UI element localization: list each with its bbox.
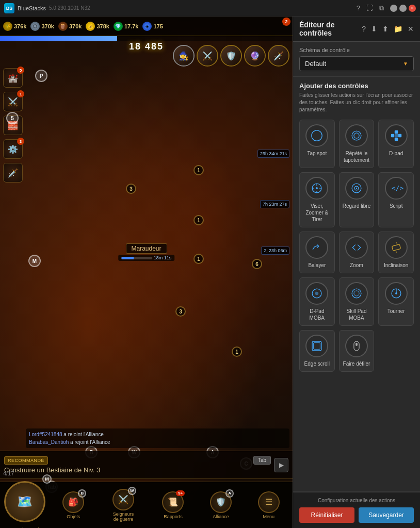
special-value: 17.7k	[124, 23, 139, 29]
quest-arrow[interactable]: ▶	[274, 458, 288, 472]
hero-portrait-1[interactable]: 🧙	[173, 45, 195, 67]
edge-scroll-icon	[305, 335, 328, 357]
control-scroll[interactable]: Faire défiler	[339, 330, 375, 372]
panel-upload-icon[interactable]: ⬆	[382, 25, 389, 33]
rapports-badge: 9+	[176, 490, 185, 496]
freelook-icon	[345, 177, 368, 200]
control-dpad-moba[interactable]: 5 D-Pad MOBA	[299, 277, 335, 326]
control-swipe[interactable]: Balayer	[299, 232, 335, 273]
save-button[interactable]: Sauvegarder	[359, 507, 414, 523]
control-script[interactable]: </> Script	[378, 172, 414, 227]
hero-portrait-2[interactable]: ⚔️	[197, 45, 218, 67]
control-rotate[interactable]: Tourner	[378, 277, 414, 326]
left-icon-1[interactable]: 🏰 5	[3, 68, 23, 88]
control-skill-pad[interactable]: Skill Pad MOBA	[339, 277, 375, 326]
svg-rect-3	[394, 130, 397, 134]
chat-name-2: Barabas_Dantioh	[29, 439, 69, 445]
resource-blue: ◈ 175	[142, 22, 163, 31]
notification-badge: 2	[282, 18, 290, 26]
nav-label-menu: Menu	[263, 514, 274, 519]
restore-button[interactable]: □	[399, 5, 407, 12]
stone-value: 370k	[41, 23, 54, 29]
kbd-b-nav: B	[78, 489, 86, 498]
svg-rect-6	[398, 134, 401, 137]
map-badge-7: 1	[232, 346, 242, 357]
schema-label: Schéma de contrôle	[299, 47, 414, 53]
nav-label-alliance: Alliance	[213, 514, 229, 519]
nav-icon-rapports[interactable]: 📜 9+	[162, 491, 184, 513]
chat-msg-2: Barabas_Dantioh a rejoint l'Alliance	[29, 438, 286, 446]
resource-special: 💎 17.7k	[114, 22, 139, 31]
panel-close-icon[interactable]: ✕	[408, 25, 414, 33]
add-controls-title: Ajouter des contrôles	[299, 82, 414, 90]
control-tilt[interactable]: Inclinaison	[378, 232, 414, 273]
svg-point-28	[395, 292, 397, 294]
left-icon-4[interactable]: ⚙️ 3	[3, 139, 23, 159]
food-icon: 🌾	[3, 22, 12, 31]
hero-portrait-3[interactable]: 🛡️	[220, 45, 242, 67]
kbd-m-nav: M	[42, 474, 52, 484]
screenshot-icon[interactable]: ⛶	[366, 4, 373, 12]
resource-wood: 🪵 370k	[58, 22, 82, 31]
food-value: 376k	[14, 23, 26, 29]
minimize-button[interactable]: −	[390, 5, 397, 12]
nav-icon-objets[interactable]: 🎒 B	[62, 491, 84, 513]
svg-rect-4	[394, 138, 397, 141]
control-repeat-tap[interactable]: Répété le tapotement	[339, 120, 375, 168]
panel-header: Éditeur de contrôles ? ⬇ ⬆ 📁 ✕	[293, 16, 420, 42]
nav-icon-seigneurs[interactable]: ⚔️ W	[112, 489, 134, 510]
close-button[interactable]: ×	[409, 5, 416, 12]
panel-header-icons: ? ⬇ ⬆ 📁 ✕	[362, 25, 414, 33]
nav-icon-alliance[interactable]: 🛡️ A	[210, 491, 232, 513]
hero-portrait-5[interactable]: 🗡️	[268, 45, 289, 67]
game-area[interactable]: 🌾 376k ⬡ 370k 🪵 370k 💰 378k 💎 17.7k ◈	[0, 16, 293, 528]
wood-value: 370k	[69, 23, 82, 29]
map-badge-2: 1	[193, 215, 204, 225]
nav-item-alliance[interactable]: 🛡️ A Alliance	[210, 491, 232, 519]
svg-point-13	[316, 187, 318, 189]
recommended-badge: RECOMMANDÉ	[4, 456, 48, 465]
panel-download-icon[interactable]: ⬇	[371, 25, 377, 33]
hero-portrait-4[interactable]: 🔮	[244, 45, 266, 67]
chat-text-1: a rejoint l'Alliance	[63, 432, 104, 437]
freelook-label: Regard libre	[343, 203, 370, 209]
svg-rect-5	[391, 134, 394, 137]
control-aim[interactable]: Viser, Zoomer & Tirer	[299, 172, 335, 227]
control-tap-spot[interactable]: Tap spot	[299, 120, 335, 168]
character-timer: 18m 11s	[118, 255, 175, 261]
char-timer-value: 18m 11s	[154, 255, 172, 260]
nav-item-seigneurs[interactable]: ⚔️ W Seigneurs de guerre	[110, 489, 136, 522]
gold-icon: 💰	[86, 22, 95, 31]
scroll-icon	[345, 335, 368, 357]
panel-folder-icon[interactable]: 📁	[394, 25, 402, 33]
resource-food: 🌾 376k	[3, 22, 26, 31]
nav-item-rapports[interactable]: 📜 9+ Rapports	[162, 491, 184, 519]
control-freelook[interactable]: Regard libre	[339, 172, 375, 227]
dpad-moba-icon: 5	[305, 282, 328, 305]
nav-item-objets[interactable]: 🎒 B Objets	[62, 491, 84, 519]
control-edge-scroll[interactable]: Edge scroll	[299, 330, 335, 372]
control-zoom[interactable]: Zoom	[339, 232, 375, 273]
control-dpad[interactable]: D-pad	[378, 120, 414, 168]
map-badge-5: 3	[175, 306, 186, 317]
reset-button[interactable]: Réinitialiser	[299, 507, 354, 523]
help-icon[interactable]: ?	[357, 4, 360, 12]
map-badge-3: 1	[193, 254, 204, 264]
resource-stone: ⬡ 370k	[30, 22, 54, 31]
special-icon: 💎	[114, 22, 123, 31]
nav-icon-menu[interactable]: ☰	[258, 491, 280, 513]
control-grid: Tap spot Répété le tapotement	[299, 120, 414, 372]
chat-msg-1: Lord#5241848 a rejoint l'Alliance	[29, 431, 286, 438]
swipe-label: Balayer	[308, 262, 326, 269]
left-icon-2[interactable]: ⚔️ 1	[3, 92, 23, 111]
multi-icon[interactable]: ⧉	[379, 4, 384, 12]
panel-help-icon[interactable]: ?	[362, 25, 366, 33]
nav-main-icon: 🗺️	[17, 494, 33, 509]
left-icon-5[interactable]: 🗡️	[3, 163, 23, 183]
nav-main-button[interactable]: 🗺️	[4, 481, 45, 522]
nav-item-menu[interactable]: ☰ Menu	[258, 491, 280, 519]
nav-label-rapports: Rapports	[164, 514, 183, 519]
current-actions-label: Configuration actuelle des actions	[299, 498, 414, 503]
chat-text-2: a rejoint l'Alliance	[70, 439, 110, 445]
schema-dropdown[interactable]: Default ▼	[299, 56, 414, 71]
